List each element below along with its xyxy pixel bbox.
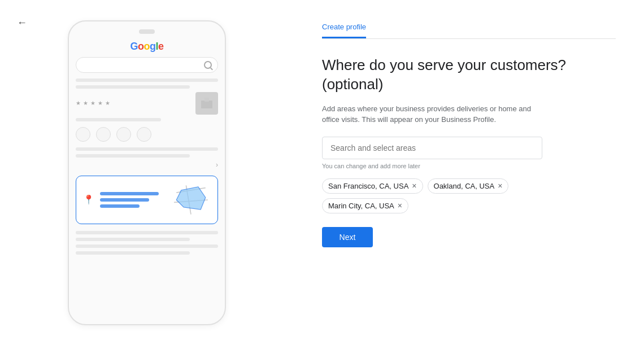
phone-icon-circle: [96, 127, 111, 142]
phone-icons-row: [76, 127, 218, 142]
search-input[interactable]: [330, 143, 534, 152]
phone-content-line: [76, 85, 190, 89]
right-panel: Create profile Where do you serve your c…: [294, 0, 644, 345]
tag-san-francisco: San Francisco, CA, USA ×: [322, 178, 423, 194]
phone-stars-row: ★ ★ ★ ★ ★: [76, 92, 218, 115]
description-text: Add areas where your business provides d…: [322, 103, 537, 125]
card-line: [100, 204, 140, 208]
tag-remove-marin-city[interactable]: ×: [398, 202, 402, 209]
map-area-icon: [171, 183, 211, 217]
phone-thumbnail: [195, 92, 218, 115]
tab-create-profile[interactable]: Create profile: [322, 23, 366, 38]
tag-marin-city: Marin City, CA, USA ×: [322, 198, 408, 213]
phone-content-line: [76, 154, 190, 158]
phone-icon-circle: [76, 127, 90, 142]
tag-remove-oakland[interactable]: ×: [498, 182, 502, 190]
phone-search-bar: [76, 57, 218, 73]
left-panel: ← Google ★ ★ ★ ★ ★: [0, 0, 294, 345]
next-button[interactable]: Next: [322, 227, 373, 247]
phone-content-line: [76, 251, 190, 255]
phone-camera: [139, 29, 155, 34]
helper-text: You can change and add more later: [322, 163, 616, 169]
tag-remove-san-francisco[interactable]: ×: [412, 182, 416, 190]
card-lines: [100, 192, 166, 208]
pin-icon: 📍: [83, 194, 94, 205]
phone-mockup: Google ★ ★ ★ ★ ★: [68, 20, 226, 325]
back-button[interactable]: ←: [17, 17, 27, 29]
svg-marker-5: [176, 186, 205, 209]
page-title: Where do you serve your customers? (opti…: [322, 56, 616, 94]
phone-icon-circle: [116, 127, 131, 142]
google-logo: Google: [76, 41, 218, 53]
svg-rect-1: [204, 98, 209, 102]
phone-content-line: [76, 147, 218, 151]
phone-icon-circle: [137, 127, 151, 142]
phone-content-line: [76, 118, 161, 121]
phone-card: 📍: [76, 176, 218, 224]
phone-content-line: [76, 231, 218, 234]
card-line: [100, 192, 159, 195]
phone-search-icon: [204, 61, 212, 69]
svg-rect-0: [201, 101, 212, 108]
card-line: [100, 198, 149, 202]
phone-content-line: [76, 238, 190, 241]
tags-container: San Francisco, CA, USA × Oakland, CA, US…: [322, 178, 548, 213]
phone-chevron: ›: [76, 161, 218, 169]
tag-label: Marin City, CA, USA: [328, 202, 394, 210]
tag-label: San Francisco, CA, USA: [328, 182, 408, 190]
tab-bar: Create profile: [322, 23, 616, 39]
search-input-wrapper[interactable]: [322, 137, 542, 159]
phone-content-line: [76, 78, 218, 82]
tag-oakland: Oakland, CA, USA ×: [428, 178, 509, 194]
phone-content-line: [76, 244, 218, 248]
tag-label: Oakland, CA, USA: [434, 182, 495, 190]
